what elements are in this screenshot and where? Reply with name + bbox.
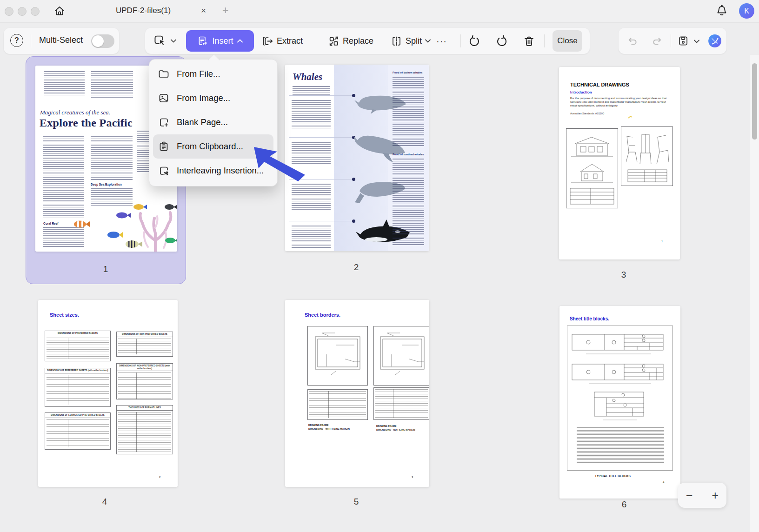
reef-fish-photo [100,200,177,252]
text-lines [292,100,331,130]
document-tab[interactable]: UPDF-2-files(1) [116,6,171,15]
split-label: Split [406,36,422,46]
menu-item-from-file[interactable]: From File... [153,62,273,86]
help-button[interactable]: ? [10,34,23,47]
delete-page-button[interactable] [523,35,535,47]
replace-button[interactable]: Replace [327,28,373,54]
title-blocks-figure [567,326,673,471]
text-lines [44,71,85,95]
text-lines [43,136,84,219]
page1-heading-deep-sea: Deep Sea Exploration [91,183,122,186]
window-minimize-button[interactable] [18,7,27,16]
timeline-separator [289,95,353,96]
page-number-label: 2 [347,262,366,273]
split-icon [391,35,402,47]
toolbar-divider [671,34,671,47]
notification-bell-icon[interactable] [715,4,728,17]
table-preferred-sheets: DIMENSIONS OF PREFERRED SHEETS [45,331,111,361]
chevron-down-icon[interactable] [694,40,699,43]
page3-subtitle: Introduction [570,90,592,94]
page-thumbnail-5[interactable]: Sheet borders. DRAWING FRAME DIMENSIONS—… [285,300,429,487]
page-thumbnail-6[interactable]: Sheet title blocks. [559,306,680,499]
toolbar-left-group: ? Multi-Select [4,28,119,54]
multi-select-toggle[interactable] [91,34,114,48]
image-icon [158,92,170,104]
chevron-down-icon [171,39,176,43]
toolbar-divider [460,34,461,47]
page4-inner-page-number: 2 [159,476,160,479]
toolbar-center-group: Insert Extract [145,28,590,54]
page3-title: TECHNICAL DRAWINGS [570,82,629,87]
clipboard-icon [158,140,170,153]
text-lines [292,226,331,249]
annotation-mark [628,115,632,119]
toggle-knob [92,35,104,47]
page5-title: Sheet borders. [305,312,340,318]
zoom-out-button[interactable]: − [686,489,693,502]
scrollbar-thumb[interactable] [752,63,757,140]
page6-inner-page-number: 4 [663,481,664,484]
menu-item-label: From Clipboard... [177,141,243,152]
table-format-lines: THICKNESS OF FORMAT LINES [116,405,173,454]
menu-item-blank-page[interactable]: Blank Page... [153,110,273,134]
toolbar-divider [544,34,545,47]
ai-assistant-button[interactable] [708,34,722,48]
replace-label: Replace [343,36,373,46]
rotate-left-button[interactable] [468,35,480,47]
page-thumbnail-4[interactable]: Sheet sizes. DIMENSIONS OF PREFERRED SHE… [38,300,178,487]
menu-item-label: From File... [177,69,220,79]
chair-drawing [621,126,673,186]
folder-icon [158,68,170,80]
blank-page-icon [158,116,170,128]
zoom-in-button[interactable]: + [712,489,719,502]
house-elevation-drawing [566,128,618,208]
page-thumbnail-3[interactable]: TECHNICAL DRAWINGS Introduction For the … [559,67,680,259]
page-number-label: 5 [347,497,366,507]
save-button[interactable] [677,35,689,47]
text-lines [91,71,133,98]
user-avatar[interactable]: K [739,3,754,19]
new-tab-icon[interactable]: + [222,4,228,17]
close-organize-button[interactable]: Close [553,30,582,52]
updf-app-window: UPDF-2-files(1) × + K ? Multi-Select [0,0,759,532]
menu-item-from-image[interactable]: From Image... [153,86,273,110]
extract-icon [261,35,273,47]
border-table-no-filing-margin [373,387,429,420]
split-button[interactable]: Split [391,28,431,54]
select-tool-button[interactable] [153,28,176,54]
text-lines [292,184,331,211]
home-icon[interactable] [53,5,66,18]
menu-item-label: From Image... [177,93,230,103]
menu-item-label: Interleaving Insertion... [177,166,264,176]
window-zoom-button[interactable] [31,7,40,16]
text-lines [393,77,424,146]
page3-inner-page-number: 1 [661,240,663,243]
rotate-right-button[interactable] [496,35,508,47]
text-lines [91,136,133,180]
tab-close-icon[interactable]: × [201,6,206,16]
page-number-label: 1 [96,264,115,274]
page4-title: Sheet sizes. [50,312,79,318]
text-lines [293,86,330,96]
border-table-filing-margin [307,389,368,420]
page-number-label: 3 [614,270,633,280]
insert-button[interactable]: Insert [186,30,254,52]
text-lines [393,159,424,245]
table-elongated-sheets: DIMENSIONS OF ELONGATED PREFERRED SHEETS [45,412,111,450]
undo-button[interactable] [627,35,639,47]
extract-button[interactable]: Extract [261,28,303,54]
page1-kicker: Magical creatures of the sea. [40,109,110,116]
text-lines [43,227,84,248]
page2-heading-toothed: Food of toothed whales [393,153,426,156]
window-close-button[interactable] [5,7,13,16]
page1-title: Explore the Pacific [40,117,133,129]
replace-icon [327,35,340,47]
more-options-button[interactable]: ··· [436,28,447,54]
timeline-separator [289,137,353,138]
redo-button[interactable] [651,35,663,47]
toolbar-divider [31,34,31,47]
extract-label: Extract [277,36,303,46]
page6-footer-caption: TYPICAL TITLE BLOCKS [595,474,631,478]
ellipsis-icon: ··· [436,36,447,47]
border-diagram-filing-margin [307,326,368,386]
